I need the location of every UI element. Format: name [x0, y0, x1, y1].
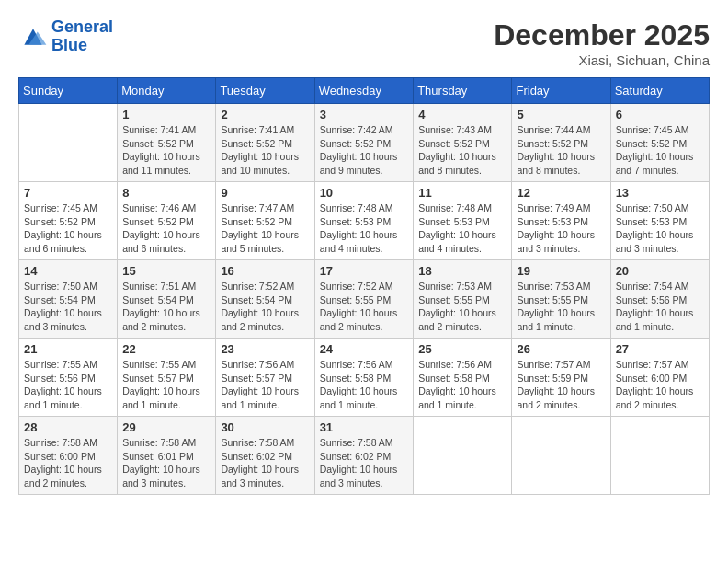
day-number: 1 [122, 108, 210, 121]
calendar-cell: 1Sunrise: 7:41 AMSunset: 5:52 PMDaylight… [118, 104, 216, 182]
weekday-thursday: Thursday [414, 78, 512, 104]
calendar-cell: 5Sunrise: 7:44 AMSunset: 5:52 PMDaylight… [512, 104, 610, 182]
day-number: 16 [221, 264, 309, 278]
calendar-cell: 20Sunrise: 7:54 AMSunset: 5:56 PMDayligh… [610, 260, 709, 339]
calendar-cell: 18Sunrise: 7:53 AMSunset: 5:55 PMDayligh… [414, 260, 512, 339]
day-number: 14 [24, 264, 112, 278]
day-number: 10 [320, 186, 409, 200]
day-info: Sunrise: 7:53 AMSunset: 5:55 PMDaylight:… [517, 280, 605, 334]
day-number: 11 [418, 186, 506, 200]
day-number: 21 [24, 342, 112, 356]
calendar-cell: 14Sunrise: 7:50 AMSunset: 5:54 PMDayligh… [19, 260, 118, 339]
calendar-cell: 29Sunrise: 7:58 AMSunset: 6:01 PMDayligh… [118, 417, 216, 495]
day-number: 3 [320, 108, 409, 121]
calendar-cell: 28Sunrise: 7:58 AMSunset: 6:00 PMDayligh… [19, 417, 118, 495]
week-row-4: 21Sunrise: 7:55 AMSunset: 5:56 PMDayligh… [19, 339, 710, 417]
day-number: 19 [517, 264, 605, 278]
weekday-monday: Monday [118, 78, 216, 104]
location-subtitle: Xiasi, Sichuan, China [494, 52, 710, 68]
weekday-wednesday: Wednesday [314, 78, 414, 104]
day-number: 30 [221, 420, 309, 434]
day-info: Sunrise: 7:47 AMSunset: 5:52 PMDaylight:… [221, 201, 309, 256]
day-number: 31 [320, 420, 409, 434]
calendar-cell [414, 417, 512, 495]
logo-line1: General [51, 17, 113, 36]
calendar-cell: 15Sunrise: 7:51 AMSunset: 5:54 PMDayligh… [118, 260, 216, 339]
calendar-cell: 8Sunrise: 7:46 AMSunset: 5:52 PMDaylight… [118, 182, 216, 260]
calendar-cell: 2Sunrise: 7:41 AMSunset: 5:52 PMDaylight… [216, 104, 314, 182]
day-info: Sunrise: 7:52 AMSunset: 5:55 PMDaylight:… [320, 280, 409, 334]
calendar-cell: 13Sunrise: 7:50 AMSunset: 5:53 PMDayligh… [610, 182, 709, 260]
week-row-2: 7Sunrise: 7:45 AMSunset: 5:52 PMDaylight… [19, 182, 710, 260]
weekday-tuesday: Tuesday [216, 78, 314, 104]
day-number: 15 [122, 264, 210, 278]
calendar-table: SundayMondayTuesdayWednesdayThursdayFrid… [18, 77, 710, 495]
day-number: 5 [517, 108, 605, 121]
logo-text: General Blue [51, 18, 113, 55]
calendar-cell: 23Sunrise: 7:56 AMSunset: 5:57 PMDayligh… [216, 339, 314, 417]
calendar-cell: 9Sunrise: 7:47 AMSunset: 5:52 PMDaylight… [216, 182, 314, 260]
day-number: 22 [122, 342, 210, 356]
calendar-cell: 11Sunrise: 7:48 AMSunset: 5:53 PMDayligh… [414, 182, 512, 260]
day-info: Sunrise: 7:49 AMSunset: 5:53 PMDaylight:… [517, 201, 605, 256]
month-title: December 2025 [494, 18, 710, 52]
day-info: Sunrise: 7:58 AMSunset: 6:02 PMDaylight:… [221, 436, 309, 490]
calendar-cell: 12Sunrise: 7:49 AMSunset: 5:53 PMDayligh… [512, 182, 610, 260]
day-info: Sunrise: 7:55 AMSunset: 5:56 PMDaylight:… [24, 358, 112, 412]
day-info: Sunrise: 7:44 AMSunset: 5:52 PMDaylight:… [517, 123, 605, 178]
calendar-cell [19, 104, 118, 182]
day-info: Sunrise: 7:48 AMSunset: 5:53 PMDaylight:… [320, 201, 409, 256]
day-number: 12 [517, 186, 605, 200]
logo: General Blue [18, 18, 113, 55]
day-number: 26 [517, 342, 605, 356]
day-info: Sunrise: 7:54 AMSunset: 5:56 PMDaylight:… [616, 280, 704, 334]
calendar-cell: 3Sunrise: 7:42 AMSunset: 5:52 PMDaylight… [314, 104, 414, 182]
day-number: 20 [616, 264, 704, 278]
weekday-header-row: SundayMondayTuesdayWednesdayThursdayFrid… [19, 78, 710, 104]
day-info: Sunrise: 7:41 AMSunset: 5:52 PMDaylight:… [221, 123, 309, 178]
calendar-cell: 31Sunrise: 7:58 AMSunset: 6:02 PMDayligh… [314, 417, 414, 495]
logo-icon [18, 24, 48, 50]
calendar-body: 1Sunrise: 7:41 AMSunset: 5:52 PMDaylight… [19, 104, 710, 495]
weekday-saturday: Saturday [610, 78, 709, 104]
calendar-cell: 4Sunrise: 7:43 AMSunset: 5:52 PMDaylight… [414, 104, 512, 182]
day-info: Sunrise: 7:52 AMSunset: 5:54 PMDaylight:… [221, 280, 309, 334]
day-number: 7 [24, 186, 112, 200]
calendar-cell: 30Sunrise: 7:58 AMSunset: 6:02 PMDayligh… [216, 417, 314, 495]
calendar-cell: 10Sunrise: 7:48 AMSunset: 5:53 PMDayligh… [314, 182, 414, 260]
day-info: Sunrise: 7:45 AMSunset: 5:52 PMDaylight:… [616, 123, 704, 178]
day-info: Sunrise: 7:56 AMSunset: 5:58 PMDaylight:… [418, 358, 506, 412]
day-number: 25 [418, 342, 506, 356]
day-number: 27 [616, 342, 704, 356]
day-info: Sunrise: 7:58 AMSunset: 6:01 PMDaylight:… [122, 436, 210, 490]
day-number: 2 [221, 108, 309, 121]
day-number: 17 [320, 264, 409, 278]
day-number: 24 [320, 342, 409, 356]
calendar-cell [512, 417, 610, 495]
day-number: 23 [221, 342, 309, 356]
calendar-cell: 7Sunrise: 7:45 AMSunset: 5:52 PMDaylight… [19, 182, 118, 260]
calendar-cell: 16Sunrise: 7:52 AMSunset: 5:54 PMDayligh… [216, 260, 314, 339]
calendar-cell: 26Sunrise: 7:57 AMSunset: 5:59 PMDayligh… [512, 339, 610, 417]
day-info: Sunrise: 7:51 AMSunset: 5:54 PMDaylight:… [122, 280, 210, 334]
calendar-cell: 6Sunrise: 7:45 AMSunset: 5:52 PMDaylight… [610, 104, 709, 182]
calendar-cell: 21Sunrise: 7:55 AMSunset: 5:56 PMDayligh… [19, 339, 118, 417]
day-info: Sunrise: 7:50 AMSunset: 5:53 PMDaylight:… [616, 201, 704, 256]
weekday-friday: Friday [512, 78, 610, 104]
day-info: Sunrise: 7:50 AMSunset: 5:54 PMDaylight:… [24, 280, 112, 334]
day-info: Sunrise: 7:58 AMSunset: 6:02 PMDaylight:… [320, 436, 409, 490]
weekday-sunday: Sunday [19, 78, 118, 104]
day-number: 18 [418, 264, 506, 278]
day-info: Sunrise: 7:48 AMSunset: 5:53 PMDaylight:… [418, 201, 506, 256]
day-number: 29 [122, 420, 210, 434]
calendar-header: SundayMondayTuesdayWednesdayThursdayFrid… [19, 78, 710, 104]
calendar-cell [610, 417, 709, 495]
day-info: Sunrise: 7:41 AMSunset: 5:52 PMDaylight:… [122, 123, 210, 178]
title-block: December 2025 Xiasi, Sichuan, China [494, 18, 710, 68]
page-header: General Blue December 2025 Xiasi, Sichua… [18, 18, 710, 68]
day-info: Sunrise: 7:58 AMSunset: 6:00 PMDaylight:… [24, 436, 112, 490]
logo-line2: Blue [51, 36, 87, 54]
day-info: Sunrise: 7:56 AMSunset: 5:58 PMDaylight:… [320, 358, 409, 412]
week-row-3: 14Sunrise: 7:50 AMSunset: 5:54 PMDayligh… [19, 260, 710, 339]
day-info: Sunrise: 7:56 AMSunset: 5:57 PMDaylight:… [221, 358, 309, 412]
